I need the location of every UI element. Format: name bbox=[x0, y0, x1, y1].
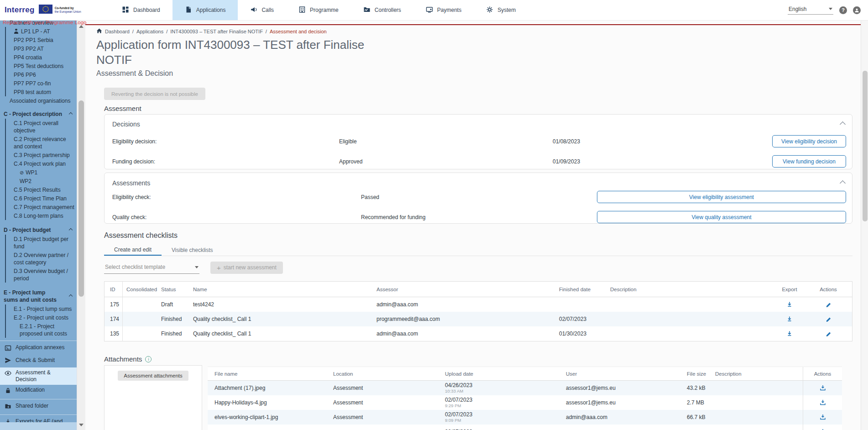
tab-visible-checklists[interactable]: Visible checklists bbox=[162, 245, 223, 256]
sidebar-item[interactable]: C.7 Project management bbox=[6, 203, 77, 211]
sidebar-item[interactable]: C.2 Project relevance and context bbox=[6, 135, 77, 151]
sidebar-item[interactable]: WP2 bbox=[6, 177, 77, 185]
export-download-button[interactable] bbox=[785, 315, 794, 324]
export-download-button[interactable] bbox=[785, 329, 794, 338]
sidebar-item[interactable]: C.4 Project work plan bbox=[6, 159, 77, 168]
sidebar-item[interactable]: C.6 Project Time Plan bbox=[6, 194, 77, 203]
page-title: Application form INT4300093 – TEST after… bbox=[96, 37, 397, 68]
sidebar-item-partner[interactable]: PP6 PP6 bbox=[6, 70, 77, 79]
sidebar-item-partner[interactable]: PP2 PP1 Serbia bbox=[6, 36, 77, 44]
download-file-button[interactable] bbox=[818, 413, 827, 422]
download-file-button[interactable] bbox=[818, 398, 827, 407]
eu-cofunded-line1: Co-funded by bbox=[55, 6, 81, 10]
attachment-row[interactable]: 02/07/2023 bbox=[208, 425, 842, 430]
sidebar-item[interactable]: E.1 - Project lump sums bbox=[6, 304, 77, 313]
row-value: Eligible bbox=[339, 138, 553, 145]
sidebar-item-assessment-decision[interactable]: Assessment & Decision bbox=[0, 367, 77, 385]
interreg-logo: Interreg Co-funded by the European Union bbox=[0, 5, 103, 16]
help-icon[interactable]: ? bbox=[839, 6, 847, 14]
sidebar-item-modification[interactable]: Modification bbox=[0, 385, 77, 398]
sidebar-group-d[interactable]: D - Project budget bbox=[0, 225, 77, 235]
nav-item-calls[interactable]: Calls bbox=[238, 0, 286, 20]
decisions-card-title: Decisions bbox=[112, 121, 140, 128]
nav-item-applications[interactable]: Applications bbox=[173, 0, 238, 20]
collapse-chevron-icon[interactable] bbox=[840, 121, 846, 127]
blocked-icon bbox=[20, 169, 24, 176]
nav-item-programme[interactable]: Programme bbox=[286, 0, 351, 20]
sidebar-item[interactable]: D.1 Project budget per fund bbox=[6, 235, 77, 251]
nav-item-payments[interactable]: Payments bbox=[413, 0, 474, 20]
view-eligibility-decision-button[interactable]: View eligibility decision bbox=[772, 135, 846, 147]
sidebar-item-associated-organisations[interactable]: Associated organisations bbox=[0, 96, 77, 105]
nav-item-dashboard[interactable]: Dashboard bbox=[110, 0, 173, 20]
sidebar-item-partner[interactable]: PP4 croatia bbox=[6, 53, 77, 62]
attachment-row[interactable]: Happy-Holidays-4.jpg Assessment 02/07/20… bbox=[208, 395, 842, 410]
sidebar-item-partner[interactable]: PP8 test autom bbox=[6, 88, 77, 96]
sidebar-item[interactable]: C.5 Project Results bbox=[6, 185, 77, 194]
sidebar-item[interactable]: WP1 bbox=[6, 168, 77, 177]
sidebar-group-c[interactable]: C - Project description bbox=[0, 110, 77, 119]
sidebar-item-application-annexes[interactable]: Application annexes bbox=[0, 342, 77, 355]
sidebar-item[interactable]: C.1 Project overall objective bbox=[6, 119, 77, 135]
sidebar-item[interactable]: D.2 Overview partner / cost category bbox=[6, 251, 77, 267]
sidebar-scrollbar-thumb[interactable] bbox=[78, 100, 84, 297]
row-label: Eligibility check: bbox=[112, 194, 361, 200]
breadcrumb-applications[interactable]: Applications bbox=[136, 29, 163, 34]
sidebar-item-check-submit[interactable]: Check & Submit bbox=[0, 355, 77, 368]
breadcrumb-dashboard[interactable]: Dashboard bbox=[105, 29, 130, 34]
download-file-button[interactable] bbox=[818, 427, 827, 430]
sidebar-item-partner[interactable]: PP5 Test deductions bbox=[6, 62, 77, 70]
attachment-row[interactable]: Attachment (17).jpeg Assessment 04/26/20… bbox=[208, 381, 842, 395]
edit-pencil-button[interactable] bbox=[824, 315, 833, 324]
breadcrumb-project[interactable]: INT4300093 – TEST after Finalise NOTIF bbox=[170, 29, 263, 34]
sidebar-item[interactable]: E.2 - Project unit costs bbox=[6, 313, 77, 322]
sidebar-item[interactable]: C.8 Long-term plans bbox=[6, 211, 77, 220]
sidebar-item[interactable]: C.3 Project partnership bbox=[6, 151, 77, 159]
edit-pencil-button[interactable] bbox=[824, 300, 833, 309]
sidebar-item-partner[interactable]: PP3 PP2 AT bbox=[6, 44, 77, 53]
scroll-down-arrow[interactable] bbox=[79, 424, 84, 426]
divider bbox=[0, 414, 77, 415]
main-scrollbar[interactable] bbox=[861, 21, 868, 430]
export-download-button[interactable] bbox=[785, 300, 794, 309]
language-select[interactable]: English bbox=[788, 6, 833, 15]
sidebar-item-partner[interactable]: LP1 LP - AT bbox=[6, 27, 77, 36]
view-quality-assessment-button[interactable]: View quality assessment bbox=[597, 211, 846, 223]
checklist-template-select[interactable]: Select checklist template bbox=[104, 261, 199, 274]
checklist-table: ID Consolidated Status Name Assessor Fin… bbox=[104, 281, 852, 341]
chevron-up-icon bbox=[69, 112, 73, 116]
attachment-row[interactable]: elves-working-clipart-1.jpg Assessment 0… bbox=[208, 410, 842, 425]
sidebar-item[interactable]: E.2.1 - Project proposed unit costs bbox=[6, 322, 77, 338]
partners-list: LP1 LP - AT PP2 PP1 Serbia PP3 PP2 AT PP… bbox=[5, 27, 77, 96]
checklists-section-title: Assessment checklists bbox=[104, 231, 178, 240]
collapse-chevron-icon[interactable] bbox=[840, 180, 846, 186]
attachments-filter-panel: Assessment attachments bbox=[104, 365, 202, 430]
start-new-assessment-button[interactable]: + start new assessment bbox=[210, 262, 283, 274]
scroll-up-arrow[interactable] bbox=[79, 25, 84, 28]
revert-decision-button[interactable]: Reverting the decision is not possible bbox=[104, 88, 205, 100]
chevron-down-icon bbox=[829, 8, 832, 10]
sidebar-item[interactable]: D.3 Overview budget / period bbox=[6, 267, 77, 283]
nav-item-system[interactable]: System bbox=[474, 0, 528, 20]
checklist-row[interactable]: 174 Finished Quality checklist_ Call 1 p… bbox=[105, 312, 852, 326]
sidebar-item-shared-folder[interactable]: Shared folder bbox=[0, 401, 77, 414]
checklist-row[interactable]: 135 Finished Quality checklist_ Call 1 a… bbox=[105, 326, 852, 341]
info-icon[interactable]: i bbox=[145, 356, 152, 362]
assessment-attachments-button[interactable]: Assessment attachments bbox=[118, 371, 188, 381]
divider bbox=[0, 399, 77, 399]
assessment-section-title: Assessment bbox=[104, 105, 141, 112]
main-scrollbar-thumb[interactable] bbox=[863, 71, 868, 221]
account-icon[interactable] bbox=[853, 6, 861, 14]
tab-create-and-edit[interactable]: Create and edit bbox=[104, 245, 162, 256]
sidebar-scrollbar[interactable] bbox=[77, 21, 85, 430]
download-file-button[interactable] bbox=[818, 383, 827, 393]
home-icon[interactable] bbox=[96, 28, 102, 35]
checklist-row[interactable]: 175 Draft test4242 admin@aaa.com bbox=[105, 297, 852, 312]
sidebar-horizontal-scrollbar[interactable] bbox=[0, 422, 77, 430]
view-eligibility-assessment-button[interactable]: View eligibility assessment bbox=[597, 191, 846, 203]
nav-item-controllers[interactable]: Controllers bbox=[351, 0, 413, 20]
sidebar-item-partner[interactable]: PP7 PP7 co-fin bbox=[6, 79, 77, 88]
view-funding-decision-button[interactable]: View funding decision bbox=[772, 155, 846, 168]
sidebar-group-e[interactable]: E - Project lump sums and unit costs bbox=[0, 288, 77, 304]
edit-pencil-button[interactable] bbox=[824, 330, 833, 338]
